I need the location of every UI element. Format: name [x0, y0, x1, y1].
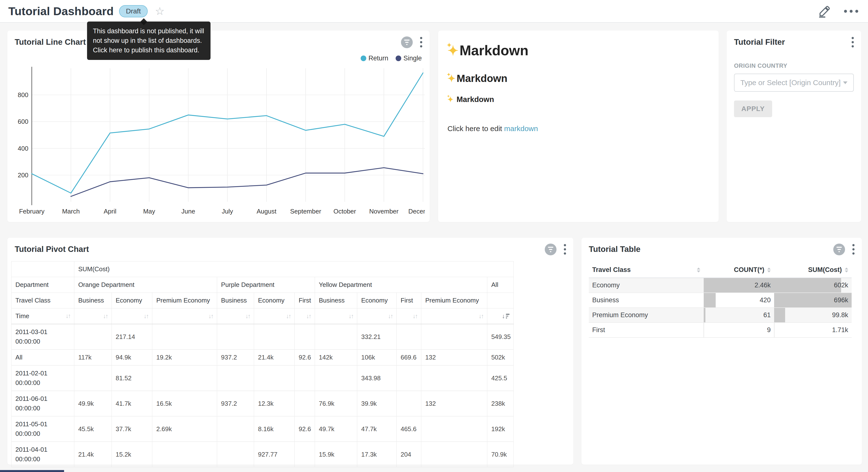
pivot-sort-cell: ↓↑ — [152, 308, 217, 324]
sort-icon[interactable]: ↓↑ — [208, 312, 213, 321]
svg-text:June: June — [181, 208, 195, 215]
table-row[interactable]: Economy2.46k602k — [589, 278, 851, 293]
more-actions-icon[interactable] — [843, 8, 860, 14]
pivot-cell — [217, 416, 254, 442]
svg-text:July: July — [222, 208, 233, 215]
pivot-sort-cell: ↓ — [487, 308, 514, 324]
pivot-cell: 81.52 — [112, 365, 152, 391]
pivot-cell — [315, 324, 357, 350]
pivot-cell: 92.6 — [294, 416, 315, 442]
kebab-menu-icon[interactable] — [850, 36, 855, 49]
pivot-cell — [152, 365, 217, 391]
pivot-cell — [217, 365, 254, 391]
markdown-panel: ✦Markdown ✦Markdown ✦ Markdown Click her… — [438, 31, 719, 222]
pivot-cell: 132 — [421, 350, 487, 365]
table-row[interactable]: First91.71k — [589, 323, 851, 337]
pivot-row: 2011-04-01 00:00:0021.4k15.2k927.7715.9k… — [11, 442, 514, 467]
kebab-menu-icon[interactable] — [419, 36, 423, 49]
pivot-group-header: Yellow Department — [315, 277, 487, 293]
edit-pencil-icon[interactable] — [818, 5, 831, 18]
cross-filter-icon[interactable] — [833, 243, 845, 255]
edit-markdown-link[interactable]: markdown — [504, 124, 538, 132]
sort-icon[interactable]: ↓↑ — [245, 312, 250, 321]
pivot-cell — [315, 365, 357, 391]
pivot-col-header: Business — [74, 293, 112, 308]
legend-item-single[interactable]: Single — [396, 55, 422, 62]
pivot-cell: 332.21 — [357, 324, 397, 350]
pivot-cell: 192k — [487, 416, 514, 442]
sort-icon[interactable]: ↓↑ — [103, 312, 107, 321]
cell-travel-class: Premium Economy — [589, 308, 704, 323]
pivot-cell: 41.7k — [112, 391, 152, 416]
pivot-cell: 142k — [315, 350, 357, 365]
origin-country-label: ORIGIN COUNTRY — [734, 62, 854, 69]
publish-tooltip: This dashboard is not published, it will… — [87, 22, 211, 60]
pivot-cell: 425.5 — [487, 365, 514, 391]
kebab-menu-icon[interactable] — [851, 243, 856, 256]
svg-text:March: March — [62, 208, 80, 215]
origin-country-select[interactable]: Type or Select [Origin Country] — [734, 73, 854, 92]
sort-icon[interactable]: ↓↑ — [348, 312, 353, 321]
svg-text:800: 800 — [18, 91, 28, 98]
table-row[interactable]: Business420696k — [589, 293, 851, 308]
favorite-star-icon[interactable]: ☆ — [155, 6, 164, 17]
sort-icon[interactable]: ↓↑ — [286, 312, 290, 321]
sort-icon[interactable]: ↓↑ — [144, 312, 148, 321]
pivot-row: All117k94.9k19.2k937.221.4k92.6142k106k6… — [11, 350, 514, 365]
sort-icon[interactable]: ↓↑ — [306, 312, 311, 321]
column-header-travel-class[interactable]: Travel Class — [592, 266, 700, 274]
legend-dot — [396, 56, 401, 61]
cell-count: 420 — [704, 293, 774, 308]
pivot-cell: 17.3k — [357, 442, 397, 467]
legend-item-return[interactable]: Return — [361, 55, 388, 62]
line-chart[interactable]: 200400600800FebruaryMarchAprilMayJuneJul… — [12, 65, 425, 221]
svg-text:October: October — [334, 208, 356, 215]
pivot-corner-cell — [11, 261, 74, 277]
sparkles-icon: ✦ — [447, 43, 459, 58]
apply-button[interactable]: APPLY — [734, 100, 772, 117]
markdown-h3: ✦ Markdown — [447, 95, 709, 104]
pivot-row-label: All — [11, 350, 74, 365]
pivot-cell — [217, 324, 254, 350]
pivot-cell: 106k — [357, 350, 397, 365]
pivot-sort-cell: ↓↑ — [315, 308, 357, 324]
pivot-time-label: Time↓↑ — [11, 308, 74, 324]
cell-count: 61 — [704, 308, 774, 323]
pivot-cell: 204 — [397, 442, 421, 467]
chart-legend: ReturnSingle — [361, 55, 422, 62]
pivot-cell: 15.9k — [315, 442, 357, 467]
pivot-cell — [74, 365, 112, 391]
draft-badge[interactable]: Draft — [119, 5, 148, 18]
pivot-cell — [294, 324, 315, 350]
pivot-row-label: 2011-02-01 00:00:00 — [11, 365, 74, 391]
svg-text:August: August — [257, 208, 277, 215]
pivot-cell: 16.5k — [152, 391, 217, 416]
kebab-menu-icon[interactable] — [563, 243, 567, 256]
pivot-cell: 47.7k — [357, 416, 397, 442]
svg-text:November: November — [369, 208, 399, 215]
cross-filter-icon[interactable] — [401, 36, 413, 48]
pivot-group-header: Purple Department — [217, 277, 315, 293]
pivot-cell — [294, 442, 315, 467]
sort-icon[interactable]: ↓↑ — [412, 312, 417, 321]
pivot-cell: 92.6 — [294, 350, 315, 365]
horizontal-scrollbar[interactable] — [0, 470, 64, 472]
pivot-cell: 39.9k — [357, 391, 397, 416]
sort-icon[interactable]: ↓↑ — [388, 312, 393, 321]
svg-text:December: December — [408, 208, 425, 215]
markdown-h2: ✦Markdown — [447, 72, 709, 84]
table-row[interactable]: Premium Economy6199.8k — [589, 308, 851, 323]
sort-desc-icon[interactable]: ↓ — [502, 312, 510, 321]
sort-icon[interactable]: ↓↑ — [65, 311, 70, 321]
svg-text:May: May — [143, 208, 155, 215]
cross-filter-icon[interactable] — [545, 243, 557, 255]
column-header-sum-cost[interactable]: SUM(Cost) — [778, 266, 848, 274]
pivot-cell: 238k — [487, 391, 514, 416]
pivot-sort-cell: ↓↑ — [112, 308, 152, 324]
pivot-row-label: 2011-05-01 00:00:00 — [11, 416, 74, 442]
pivot-cell — [397, 365, 421, 391]
pivot-col-header: Economy — [357, 293, 397, 308]
column-header-count[interactable]: COUNT(*) — [707, 266, 771, 274]
sort-icon[interactable]: ↓↑ — [478, 312, 483, 321]
tutorial-table: Travel Class COUNT(*) SUM(Cost) Economy2… — [589, 262, 851, 338]
